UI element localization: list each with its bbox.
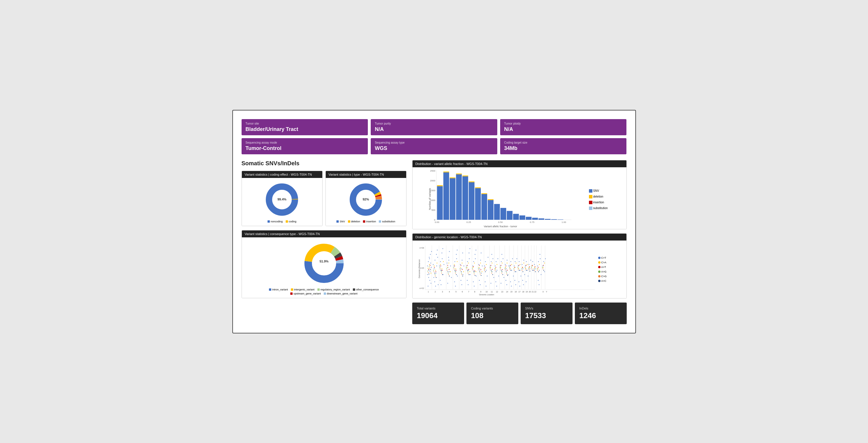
svg-point-354 — [456, 270, 456, 270]
svg-text:e+02: e+02 — [420, 287, 424, 289]
svg-point-321 — [492, 262, 492, 263]
svg-point-315 — [478, 267, 479, 268]
svg-point-406 — [506, 272, 507, 273]
svg-point-243 — [511, 270, 512, 270]
svg-point-211 — [485, 281, 486, 282]
svg-point-196 — [474, 254, 475, 255]
svg-rect-35 — [488, 200, 494, 220]
svg-point-333 — [520, 264, 520, 265]
svg-point-314 — [475, 271, 476, 272]
svg-point-461 — [454, 270, 455, 270]
regulatory-dot — [317, 288, 320, 291]
svg-point-373 — [518, 265, 519, 266]
svg-point-206 — [484, 265, 485, 266]
svg-point-131 — [431, 251, 432, 252]
hist-sub-legend: substitution — [589, 207, 624, 210]
svg-point-419 — [433, 271, 434, 272]
coding-target-value: 34Mb — [504, 145, 623, 151]
svg-point-140 — [435, 286, 436, 286]
svg-point-118 — [428, 261, 429, 262]
svg-point-348 — [435, 271, 436, 272]
svg-point-467 — [473, 270, 474, 271]
stat-total: Total variants 19064 — [412, 302, 464, 324]
legend-downstream: downstream_gene_variant — [324, 292, 358, 295]
svg-point-441 — [505, 269, 506, 270]
svg-point-174 — [462, 260, 462, 260]
scatter-wrap: Genomic Distance e+02 e+05 e+08 — [415, 243, 624, 296]
svg-point-238 — [508, 265, 509, 266]
stat-coding-label: Coding variants — [471, 306, 514, 310]
svg-point-374 — [522, 267, 523, 268]
svg-point-205 — [480, 253, 482, 253]
info-cards-grid: Tumor site Bladder/Urinary Tract Tumor p… — [242, 119, 627, 154]
svg-point-198 — [478, 264, 479, 265]
svg-point-151 — [440, 284, 441, 285]
svg-point-323 — [496, 264, 497, 265]
at-label: A>T — [601, 266, 606, 268]
svg-point-217 — [493, 277, 494, 278]
stat-coding-value: 108 — [471, 311, 514, 320]
svg-point-358 — [468, 269, 469, 270]
chart1-body: 99.4% noncoding coding — [242, 178, 322, 226]
svg-point-233 — [501, 254, 502, 255]
sc-ct-legend: C>T — [598, 257, 624, 259]
svg-rect-45 — [488, 199, 494, 200]
svg-point-162 — [449, 251, 450, 252]
svg-point-145 — [440, 261, 441, 262]
seq-mode-card: Sequencing assay mode Tumor-Control — [242, 138, 368, 154]
svg-point-191 — [474, 271, 475, 272]
svg-point-471 — [485, 271, 486, 272]
stat-indels-value: 1246 — [580, 311, 622, 320]
svg-point-228 — [501, 261, 502, 262]
svg-point-413 — [531, 267, 532, 268]
hist-left: Number of variants 0 500 1000 1500 2000 … — [415, 170, 583, 229]
svg-point-466 — [468, 274, 469, 275]
svg-point-185 — [467, 280, 468, 280]
svg-point-260 — [522, 264, 522, 265]
tumor-purity-value: N/A — [375, 126, 493, 132]
svg-point-178 — [461, 284, 462, 285]
scatter-svg: Genomic Distance e+02 e+05 e+08 — [415, 243, 596, 295]
svg-text:16: 16 — [515, 291, 517, 293]
svg-point-431 — [472, 269, 473, 270]
svg-point-445 — [518, 268, 519, 269]
svg-point-472 — [491, 270, 492, 270]
svg-point-350 — [442, 270, 442, 270]
svg-point-457 — [440, 270, 441, 270]
donut1-svg: 99.4% — [263, 181, 301, 218]
chart2-header: Variant statistics | type - WGS-T004-TN — [326, 171, 406, 178]
donut2-container: 92% SNV deletion — [329, 181, 403, 223]
svg-point-465 — [467, 270, 468, 270]
svg-point-277 — [534, 264, 535, 265]
stat-snvs: SNVs 17533 — [521, 302, 572, 324]
svg-point-452 — [542, 268, 543, 269]
svg-point-281 — [539, 270, 540, 270]
svg-point-286 — [539, 254, 540, 255]
svg-point-175 — [462, 274, 463, 275]
scatter-header: Distribution - genomic location - WGS-T0… — [412, 234, 626, 240]
svg-point-236 — [506, 260, 507, 260]
svg-point-425 — [454, 268, 454, 269]
donut-row: Variant statistics | coding effect - WGS… — [242, 171, 406, 230]
svg-point-129 — [429, 257, 430, 258]
intergenic-label: intergenic_variant — [294, 288, 314, 291]
svg-point-267 — [526, 261, 527, 262]
chart-consequence: Variant statistics | consequence type - … — [242, 230, 406, 298]
svg-point-252 — [514, 280, 515, 280]
svg-point-369 — [505, 265, 506, 266]
svg-point-439 — [500, 268, 501, 269]
svg-point-420 — [435, 275, 436, 276]
svg-point-481 — [519, 270, 520, 270]
svg-point-331 — [516, 262, 516, 263]
sc-ac-legend: A>C — [598, 279, 624, 283]
svg-text:2500: 2500 — [430, 170, 435, 172]
svg-point-435 — [484, 270, 485, 270]
svg-point-408 — [514, 268, 514, 269]
legend-intergenic: intergenic_variant — [291, 288, 314, 291]
svg-point-271 — [528, 264, 529, 265]
deletion-dot — [348, 220, 350, 223]
downstream-dot — [324, 292, 326, 295]
svg-point-194 — [473, 281, 474, 282]
svg-point-393 — [466, 267, 467, 268]
chart-type: Variant statistics | type - WGS-T004-TN … — [326, 171, 406, 226]
